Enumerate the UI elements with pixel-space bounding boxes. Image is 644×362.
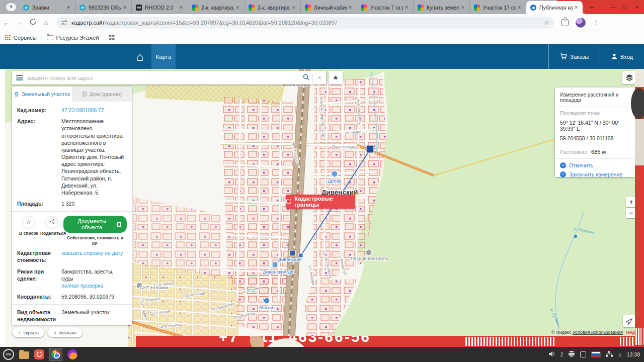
browser-tab[interactable]: Купить земель× bbox=[414, 1, 470, 14]
music-player-icon[interactable]: ♫ bbox=[618, 352, 622, 357]
divider bbox=[555, 107, 635, 107]
site-map-tab[interactable]: Карта bbox=[151, 44, 176, 69]
tab-close-icon[interactable]: × bbox=[516, 4, 523, 11]
qr-code bbox=[465, 337, 556, 346]
back-icon[interactable]: ← bbox=[0, 19, 13, 27]
tab-close-icon[interactable]: × bbox=[347, 4, 354, 11]
tab-close-icon[interactable]: × bbox=[65, 4, 72, 11]
orders-button[interactable]: Заказы bbox=[548, 44, 600, 69]
cian-favicon bbox=[305, 5, 311, 11]
file-manager-icon[interactable] bbox=[19, 351, 29, 359]
map-blue-dot[interactable] bbox=[574, 235, 577, 238]
bookmark-star-icon[interactable]: ☆ bbox=[544, 19, 549, 26]
culture-house-icon[interactable] bbox=[272, 262, 278, 267]
login-button[interactable]: Вход bbox=[600, 44, 644, 69]
railway-station-icon[interactable] bbox=[290, 250, 295, 256]
search-icon[interactable] bbox=[299, 73, 312, 82]
app-icon-red[interactable] bbox=[34, 349, 44, 359]
browser-menu-icon[interactable]: ⋮ bbox=[593, 19, 599, 26]
location-arrow-icon bbox=[626, 318, 632, 325]
tab-close-icon[interactable]: × bbox=[121, 4, 128, 11]
distance-row: Расстояние 685 м bbox=[560, 149, 630, 155]
menu-hamburger-icon[interactable] bbox=[12, 71, 27, 84]
volume-icon[interactable] bbox=[549, 351, 555, 358]
kadastr-favicon bbox=[530, 5, 536, 11]
object-documents: Документы объекта Собственник, стоимость… bbox=[63, 216, 127, 245]
new-tab-button[interactable]: + bbox=[587, 3, 597, 13]
browser-tab[interactable]: RHRHOOD 2.0× bbox=[132, 1, 188, 14]
qr-code bbox=[635, 328, 643, 345]
profile-avatar[interactable] bbox=[576, 18, 586, 28]
apps-grid-icon[interactable] bbox=[109, 35, 115, 40]
tab-house-building[interactable]: Дом (здание) bbox=[72, 86, 132, 102]
bookmark-resources[interactable]: Ресурсы Этажей bbox=[56, 35, 99, 41]
map-label-station[interactable]: Дивенская bbox=[278, 256, 302, 262]
browser-tab-active[interactable]: Публичная кад× bbox=[526, 1, 583, 14]
cadnumber-link[interactable]: 47:23:0901006:72 bbox=[61, 107, 127, 114]
map-label-poi[interactable]: Лесной контроль bbox=[351, 255, 388, 261]
hide-panel-button[interactable]: × скрыть bbox=[13, 327, 44, 337]
cancel-measure-link[interactable]: × Отменить bbox=[560, 162, 630, 168]
collapse-panel-button[interactable]: ∧ меньше bbox=[48, 327, 83, 337]
browser-flame-icon[interactable] bbox=[67, 349, 77, 359]
mint-menu-button[interactable]: lm bbox=[3, 349, 14, 360]
tab-close-icon[interactable]: × bbox=[234, 4, 241, 11]
magnit-store-icon[interactable] bbox=[264, 298, 270, 304]
tab-land-parcel[interactable]: Земельный участок bbox=[12, 86, 72, 102]
add-to-list-button[interactable]: ☆ В список bbox=[17, 216, 40, 236]
tab-close-icon[interactable]: × bbox=[573, 4, 580, 11]
chrome-taskbar-active[interactable] bbox=[49, 348, 62, 361]
extensions-icon[interactable] bbox=[561, 19, 569, 26]
browser-tab[interactable]: e9903236 Объе× bbox=[75, 1, 132, 14]
site-home-button[interactable]: ⌂ bbox=[128, 44, 151, 69]
tab-close-icon[interactable]: × bbox=[290, 4, 297, 11]
full-check-link[interactable]: полная проверка bbox=[61, 283, 103, 289]
firewood-poi-icon[interactable] bbox=[332, 171, 338, 177]
window-minimize-button[interactable]: — bbox=[608, 2, 618, 12]
home-icon[interactable]: ⌂ bbox=[39, 19, 52, 27]
window-maximize-button[interactable]: □ bbox=[620, 2, 630, 12]
tab-close-icon[interactable]: × bbox=[459, 4, 466, 11]
browser-tab[interactable]: 2-к. квартира, 4× bbox=[245, 1, 301, 14]
printer-icon[interactable] bbox=[568, 351, 575, 358]
share-icon[interactable] bbox=[45, 216, 58, 229]
locate-me-button[interactable] bbox=[623, 315, 635, 327]
map-label-poi[interactable]: Дрова bbox=[328, 178, 342, 184]
browser-tab[interactable]: 2-к. квартира, 5× bbox=[188, 1, 245, 14]
browser-tab[interactable]: Участок 7 га (И× bbox=[357, 1, 414, 14]
screenshot-tool-icon[interactable] bbox=[580, 351, 586, 357]
finish-measure-link[interactable]: ✓ Закончить измерение bbox=[560, 171, 630, 177]
star-icon[interactable]: ☆ bbox=[22, 216, 35, 229]
cian-favicon bbox=[361, 5, 367, 11]
documents-button[interactable]: Документы объекта bbox=[63, 216, 127, 233]
measure-end-marker[interactable] bbox=[366, 145, 374, 153]
reload-icon[interactable] bbox=[26, 19, 39, 27]
clear-search-icon[interactable]: × bbox=[313, 74, 326, 81]
terms-link[interactable]: Условия использования bbox=[573, 330, 623, 335]
search-input[interactable] bbox=[27, 75, 299, 81]
forward-icon[interactable]: → bbox=[13, 19, 26, 27]
keyboard-layout-flag[interactable] bbox=[591, 351, 601, 357]
browser-tab[interactable]: eЗаявки× bbox=[19, 1, 75, 14]
tab-close-icon[interactable]: × bbox=[403, 4, 410, 11]
divider bbox=[555, 158, 635, 159]
tab-close-icon[interactable]: × bbox=[178, 4, 185, 11]
window-close-button[interactable]: × bbox=[632, 2, 642, 12]
tab-search-button[interactable]: ▾ bbox=[6, 3, 16, 11]
map-label-poi[interactable]: Магнит bbox=[259, 305, 275, 310]
map-label-poi[interactable]: Дивенский ДК bbox=[263, 269, 294, 275]
share-button[interactable]: Поделиться bbox=[40, 216, 63, 236]
rhood-favicon: RH bbox=[136, 5, 142, 11]
browser-tab[interactable]: Личный кабин× bbox=[301, 1, 357, 14]
bookmark-services[interactable]: Сервисы bbox=[14, 35, 37, 41]
favorites-button[interactable]: ★ bbox=[329, 71, 343, 84]
map-layers-button[interactable] bbox=[622, 71, 636, 84]
building-icon bbox=[82, 92, 87, 97]
address-bar[interactable]: кадастр.сайт /кадастровая_карта#zoom=15&… bbox=[56, 17, 554, 29]
network-icon[interactable] bbox=[606, 351, 613, 358]
site-settings-icon[interactable] bbox=[61, 20, 67, 25]
cadastral-borders-button[interactable]: Кадастровые границы bbox=[286, 195, 355, 209]
order-reference-link[interactable]: заказать справку на дату bbox=[61, 249, 127, 263]
forest-control-icon[interactable] bbox=[366, 249, 372, 255]
browser-tab[interactable]: Участок 17 сот× bbox=[470, 1, 526, 14]
